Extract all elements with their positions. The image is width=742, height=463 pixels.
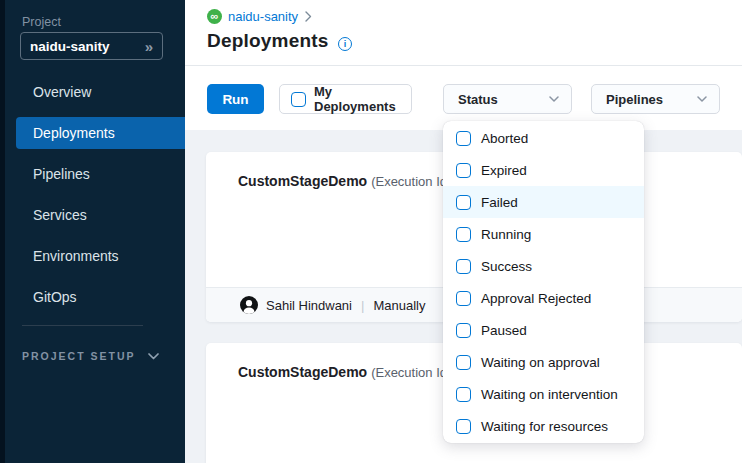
menu-item-label: Waiting on approval xyxy=(481,355,600,370)
checkbox[interactable] xyxy=(456,323,471,338)
menu-item-label: Approval Rejected xyxy=(481,291,591,306)
project-selector[interactable]: naidu-sanity » xyxy=(20,32,163,60)
checkbox[interactable] xyxy=(456,387,471,402)
project-setup-section[interactable]: PROJECT SETUP xyxy=(22,350,159,362)
checkbox[interactable] xyxy=(456,355,471,370)
pipeline-name-text: CustomStageDemo xyxy=(238,364,367,380)
run-button[interactable]: Run xyxy=(207,84,264,114)
avatar xyxy=(240,296,258,314)
status-filter-dropdown[interactable]: Status xyxy=(443,84,572,114)
breadcrumb: ∞ naidu-sanity xyxy=(207,8,312,24)
main-content: CustomStageDemo(Execution Id Sahil Hindw… xyxy=(185,0,742,463)
footer-separator: | xyxy=(361,298,364,313)
chevron-right-icon xyxy=(305,11,312,22)
menu-item-label: Waiting for resources xyxy=(481,419,608,434)
page-title: Deployments xyxy=(207,30,329,52)
menu-item-waiting-for-resources[interactable]: Waiting for resources xyxy=(443,410,644,442)
menu-item-label: Success xyxy=(481,259,532,274)
my-deployments-label: My Deployments xyxy=(314,84,411,114)
sidebar-item-gitops[interactable]: GitOps xyxy=(0,281,185,313)
checkbox[interactable] xyxy=(456,195,471,210)
trigger-author: Sahil Hindwani xyxy=(266,298,352,313)
chevron-down-icon xyxy=(148,353,159,360)
trigger-type: Manually xyxy=(373,298,425,313)
sidebar-item-environments[interactable]: Environments xyxy=(0,240,185,272)
sidebar-item-pipelines[interactable]: Pipelines xyxy=(0,158,185,190)
my-deployments-toggle[interactable]: My Deployments xyxy=(279,84,412,114)
chevron-down-icon xyxy=(697,96,707,102)
sidebar: Project naidu-sanity » Overview Deployme… xyxy=(0,0,185,463)
sidebar-nav: Overview Deployments Pipelines Services … xyxy=(0,76,185,322)
pipelines-filter-dropdown[interactable]: Pipelines xyxy=(591,84,720,114)
project-label: Project xyxy=(22,15,61,29)
pipeline-name-text: CustomStageDemo xyxy=(238,173,367,189)
checkbox[interactable] xyxy=(456,131,471,146)
execution-id-text: (Execution Id xyxy=(371,174,447,189)
project-setup-label: PROJECT SETUP xyxy=(22,350,136,362)
execution-id-text: (Execution Id xyxy=(371,365,447,380)
checkbox[interactable] xyxy=(456,163,471,178)
header-divider xyxy=(185,65,742,66)
sidebar-divider xyxy=(22,325,143,326)
menu-item-failed[interactable]: Failed xyxy=(443,186,644,218)
menu-item-waiting-on-intervention[interactable]: Waiting on intervention xyxy=(443,378,644,410)
sidebar-item-services[interactable]: Services xyxy=(0,199,185,231)
menu-item-paused[interactable]: Paused xyxy=(443,314,644,346)
cd-module-icon: ∞ xyxy=(207,9,222,24)
checkbox[interactable] xyxy=(456,227,471,242)
checkbox[interactable] xyxy=(456,291,471,306)
menu-item-approval-rejected[interactable]: Approval Rejected xyxy=(443,282,644,314)
pipelines-filter-label: Pipelines xyxy=(606,92,663,107)
menu-item-expired[interactable]: Expired xyxy=(443,154,644,186)
status-filter-label: Status xyxy=(458,92,498,107)
menu-item-running[interactable]: Running xyxy=(443,218,644,250)
sidebar-item-overview[interactable]: Overview xyxy=(0,76,185,108)
menu-item-label: Failed xyxy=(481,195,518,210)
menu-item-label: Paused xyxy=(481,323,527,338)
project-selector-value: naidu-sanity xyxy=(30,39,145,54)
expand-project-icon[interactable]: » xyxy=(145,38,153,55)
info-icon[interactable]: i xyxy=(338,37,352,51)
breadcrumb-project-link[interactable]: naidu-sanity xyxy=(228,9,298,24)
my-deployments-checkbox[interactable] xyxy=(291,92,306,107)
menu-item-label: Expired xyxy=(481,163,527,178)
menu-item-aborted[interactable]: Aborted xyxy=(443,122,644,154)
pipeline-name: CustomStageDemo(Execution Id xyxy=(238,173,447,189)
checkbox[interactable] xyxy=(456,419,471,434)
menu-item-label: Aborted xyxy=(481,131,528,146)
chevron-down-icon xyxy=(549,96,559,102)
sidebar-item-deployments[interactable]: Deployments xyxy=(16,117,185,149)
menu-item-waiting-on-approval[interactable]: Waiting on approval xyxy=(443,346,644,378)
pipeline-name: CustomStageDemo(Execution Id xyxy=(238,364,447,380)
checkbox[interactable] xyxy=(456,259,471,274)
menu-item-success[interactable]: Success xyxy=(443,250,644,282)
menu-item-label: Running xyxy=(481,227,531,242)
status-filter-menu: Aborted Expired Failed Running Success A… xyxy=(443,121,644,443)
menu-item-label: Waiting on intervention xyxy=(481,387,618,402)
